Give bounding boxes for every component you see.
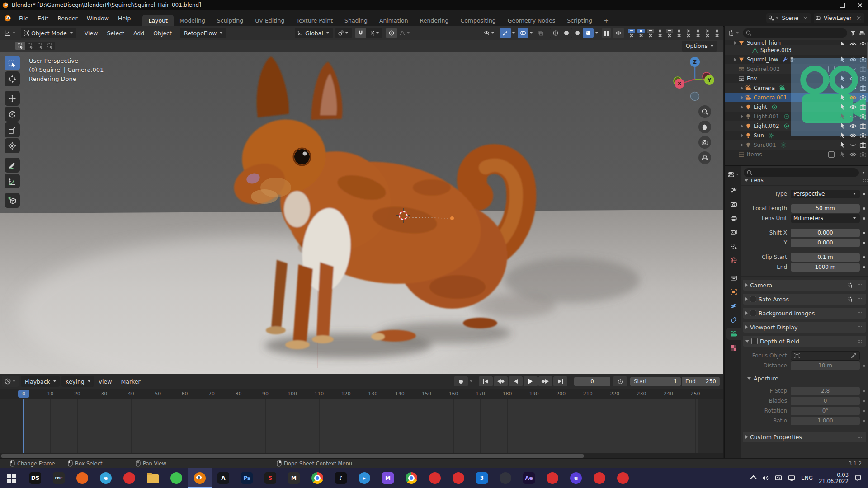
gizmo-z-axis[interactable]: Z — [690, 57, 700, 67]
properties-tab-physics[interactable] — [726, 300, 741, 312]
taskbar-app-red-media-2[interactable] — [423, 468, 447, 488]
header-toggle-column-4[interactable] — [655, 29, 665, 38]
panel-checkbox[interactable] — [750, 296, 756, 302]
properties-tab-texture[interactable] — [726, 342, 741, 354]
animate-dot[interactable] — [863, 207, 865, 210]
animate-dot[interactable] — [863, 217, 865, 220]
panel-depth-of-field[interactable]: Depth of Field — [743, 336, 866, 347]
shading-rendered-button[interactable] — [583, 28, 594, 38]
taskbar-app-file-explorer[interactable] — [141, 468, 165, 488]
dof-checkbox[interactable] — [751, 338, 758, 344]
render-pass-eye-button[interactable] — [613, 28, 624, 38]
clock[interactable]: 0:03 21.06.2022 — [819, 472, 849, 484]
taskbar-app-tiktok[interactable]: ♪ — [329, 468, 353, 488]
remove-viewlayer-icon[interactable] — [857, 16, 861, 20]
select-mode-new[interactable] — [15, 42, 25, 50]
snap-toggle[interactable] — [355, 28, 366, 38]
timeline-menu-marker[interactable]: Marker — [116, 376, 145, 387]
menu-render[interactable]: Render — [53, 13, 82, 23]
tool-move[interactable] — [5, 91, 20, 106]
shading-wireframe-button[interactable] — [550, 28, 561, 38]
animate-dot[interactable] — [863, 256, 865, 258]
properties-tab-constraints[interactable] — [726, 314, 741, 326]
render-camera-toggle[interactable] — [859, 122, 867, 130]
selectable-toggle[interactable] — [839, 141, 846, 149]
play-reverse-button[interactable] — [509, 376, 523, 386]
clip start-field[interactable]: 0.1 m — [791, 253, 860, 262]
panel-viewport-display[interactable]: Viewport Display — [743, 322, 866, 333]
shift x-field[interactable]: 0.000 — [791, 229, 860, 237]
editor-type-button[interactable] — [2, 28, 19, 38]
xray-toggle[interactable] — [535, 28, 546, 38]
header-toggle-column-7[interactable] — [684, 29, 693, 38]
mode-selector[interactable]: Object Mode — [21, 28, 76, 38]
selectable-toggle[interactable] — [839, 122, 846, 130]
tool-annotate[interactable] — [5, 158, 20, 173]
auto-keying-button[interactable] — [454, 376, 468, 386]
overlays-toggle[interactable] — [518, 28, 528, 38]
lens unit-dropdown[interactable]: Millimeters — [791, 214, 860, 223]
gizmo-y-axis[interactable]: Y — [704, 75, 714, 85]
use-preview-range-button[interactable] — [613, 376, 627, 386]
collection-checkbox[interactable] — [828, 151, 835, 158]
blades-field[interactable]: 0 — [791, 397, 860, 405]
proportional-edit-toggle[interactable] — [386, 28, 397, 38]
selectable-toggle[interactable] — [839, 151, 846, 158]
select-mode-extend[interactable] — [25, 42, 35, 50]
render-camera-toggle[interactable] — [859, 41, 867, 46]
gizmo-x-axis[interactable]: X — [675, 79, 684, 89]
viewport-menu-select[interactable]: Select — [102, 28, 129, 38]
taskbar-app-chrome-2[interactable] — [400, 468, 423, 488]
properties-tab-scene[interactable] — [726, 240, 741, 252]
shading-solid-button[interactable] — [561, 28, 572, 38]
taskbar-app-red-media-5[interactable] — [588, 468, 611, 488]
render-camera-toggle[interactable] — [859, 103, 867, 111]
panel-safe-areas[interactable]: Safe Areas — [743, 294, 866, 305]
panel-custom-properties[interactable]: Custom Properties — [743, 432, 866, 442]
tab-geometry-nodes[interactable]: Geometry Nodes — [502, 15, 561, 26]
visibility-eye-toggle[interactable] — [849, 122, 857, 130]
add-workspace-button[interactable]: + — [598, 15, 614, 26]
camera-view-button[interactable] — [698, 136, 711, 149]
taskbar-app-photoshop[interactable]: Ps — [235, 468, 259, 488]
maximize-button[interactable] — [834, 0, 851, 10]
timeline-menu-view[interactable]: View — [94, 376, 117, 387]
properties-tab-world[interactable] — [726, 254, 741, 266]
select-mode-intersect[interactable] — [45, 42, 55, 50]
viewport-menu-add[interactable]: Add — [129, 28, 149, 38]
tool-rotate[interactable] — [5, 107, 20, 122]
visibility-eye-toggle[interactable] — [849, 94, 857, 101]
timeline-menu-playback[interactable]: Playback — [21, 376, 60, 387]
outliner-row-light-001[interactable]: Light.001 — [725, 112, 868, 121]
render-camera-toggle[interactable] — [859, 151, 867, 158]
eyedropper-icon[interactable] — [850, 352, 857, 359]
properties-search-input[interactable] — [744, 168, 859, 177]
menu-edit[interactable]: Edit — [33, 13, 53, 23]
close-button[interactable] — [851, 0, 868, 10]
pivot-point-button[interactable] — [335, 28, 352, 38]
viewport-menu-object[interactable]: Object — [149, 28, 176, 38]
timeline-ruler[interactable]: 0 01020304050607080901001101201301401501… — [0, 389, 723, 399]
current-frame-field[interactable]: 0 — [574, 377, 610, 386]
options-dropdown[interactable]: Options — [682, 41, 717, 52]
header-toggle-column-1[interactable] — [627, 29, 636, 38]
header-toggle-column-10[interactable] — [712, 29, 722, 38]
header-toggle-column-3[interactable] — [646, 29, 655, 38]
selectable-toggle[interactable] — [839, 41, 846, 46]
pause-render-button[interactable] — [602, 28, 611, 38]
tab-sculpting[interactable]: Sculpting — [211, 15, 249, 26]
sync-icon[interactable] — [775, 474, 782, 482]
properties-editor-type-button[interactable] — [726, 168, 741, 180]
gizmos-toggle[interactable] — [500, 28, 511, 38]
network-icon[interactable] — [788, 474, 795, 482]
header-toggle-column-6[interactable] — [674, 29, 684, 38]
taskbar-app-epic-games[interactable]: EPIC — [47, 468, 71, 488]
timeline-track-area[interactable] — [0, 399, 723, 453]
next-keyframe-button[interactable] — [538, 376, 552, 386]
y-field[interactable]: 0.000 — [791, 239, 860, 247]
jump-to-start-button[interactable] — [479, 376, 493, 386]
focus-object-field[interactable] — [791, 351, 860, 361]
outliner-row-sphere-003[interactable]: Sphere.003 — [725, 45, 868, 55]
prev-keyframe-button[interactable] — [494, 376, 508, 386]
transform-orientation[interactable]: Global — [295, 28, 333, 38]
